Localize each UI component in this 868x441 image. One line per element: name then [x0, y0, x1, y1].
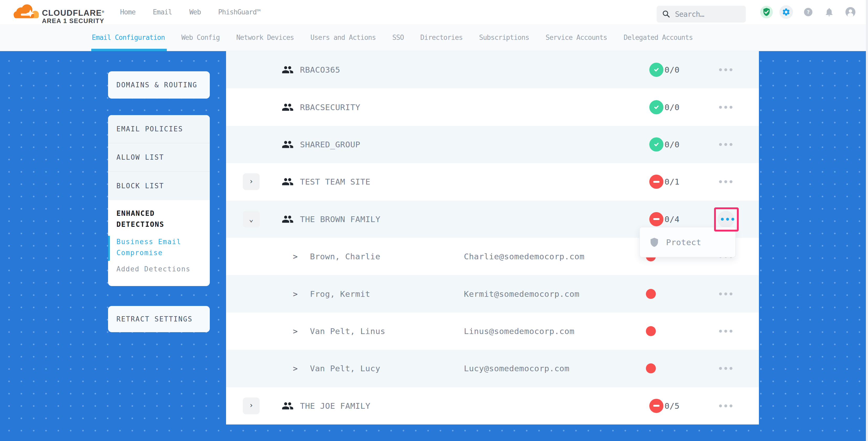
member-name: Brown, Charlie [310, 252, 380, 261]
account-avatar-icon[interactable] [845, 7, 856, 17]
sidebar-item-email-policies[interactable]: EMAIL POLICIES [108, 115, 210, 144]
table-row-member-van-pelt-lucy: > Van Pelt, Lucy Lucy@somedemocorp.com [226, 350, 759, 387]
table-row-group-shared-group: SHARED_GROUP 0/0 [226, 126, 759, 163]
group-name: RBACO365 [300, 65, 340, 74]
secondary-nav: Email Configuration Web Config Network D… [0, 24, 868, 51]
protection-count: 0/1 [664, 177, 680, 186]
settings-gear-icon[interactable] [779, 5, 793, 19]
search-icon [662, 10, 670, 18]
tab-delegated-accounts[interactable]: Delegated Accounts [624, 24, 693, 51]
row-menu-button[interactable] [719, 143, 733, 146]
row-menu-button[interactable] [719, 68, 733, 71]
tab-web-config[interactable]: Web Config [181, 24, 220, 51]
protection-count: 0/4 [664, 215, 680, 224]
row-menu-button[interactable] [719, 404, 733, 407]
registered-mark: ® [102, 10, 105, 13]
member-chevron-icon[interactable]: > [293, 252, 298, 261]
tab-service-accounts[interactable]: Service Accounts [546, 24, 607, 51]
group-people-icon [282, 101, 294, 113]
nav-email[interactable]: Email [153, 8, 172, 16]
group-name: TEST TEAM SITE [300, 177, 370, 186]
shield-icon [650, 237, 659, 247]
status-badge-blocked [649, 175, 663, 189]
sidebar-section-enhanced-detections: ENHANCED DETECTIONS Business Email Compr… [108, 200, 210, 275]
member-chevron-icon[interactable]: > [293, 326, 298, 336]
cloudflare-cloud-icon [11, 2, 40, 20]
group-people-icon [282, 400, 294, 412]
global-search[interactable] [657, 6, 746, 23]
member-chevron-icon[interactable]: > [293, 289, 298, 298]
tab-email-configuration[interactable]: Email Configuration [92, 24, 165, 51]
row-menu-button[interactable] [719, 106, 733, 108]
sidebar-item-block-list[interactable]: BLOCK LIST [108, 172, 210, 200]
cloudflare-logo[interactable]: CLOUDFLARE® AREA 1 SECURITY [11, 2, 105, 24]
status-dot-flagged [646, 289, 656, 299]
top-header: CLOUDFLARE® AREA 1 SECURITY Home Email W… [0, 0, 868, 24]
expand-row-button[interactable]: › [243, 173, 259, 190]
member-email: Charlie@somedemocorp.com [464, 252, 585, 261]
status-dot-flagged [646, 326, 656, 336]
table-row-group-rbacsecurity: RBACSECURITY 0/0 [226, 88, 759, 126]
brand-subtitle: AREA 1 SECURITY [42, 18, 105, 24]
sidebar-item-retract-settings[interactable]: RETRACT SETTINGS [108, 306, 210, 332]
tab-network-devices[interactable]: Network Devices [236, 24, 294, 51]
sidebar-item-added-detections[interactable]: Added Detections [117, 263, 198, 275]
menu-item-protect[interactable]: Protect [666, 238, 701, 247]
table-row-member-van-pelt-linus: > Van Pelt, Linus Linus@somedemocorp.com [226, 313, 759, 350]
nav-web[interactable]: Web [189, 8, 201, 16]
status-badge-protected [649, 63, 663, 77]
group-people-icon [282, 213, 294, 225]
sidebar-item-business-email-compromise[interactable]: Business Email Compromise [117, 236, 198, 258]
status-dot-flagged [646, 364, 656, 373]
protection-count: 0/0 [664, 65, 680, 74]
tab-directories[interactable]: Directories [421, 24, 463, 51]
group-people-icon [282, 64, 294, 76]
svg-text:?: ? [807, 9, 810, 15]
active-tab-underline [91, 49, 167, 51]
help-icon[interactable]: ? [804, 8, 812, 16]
group-name: RBACSECURITY [300, 102, 360, 112]
table-row-group-test-team-site: › TEST TEAM SITE 0/1 [226, 163, 759, 200]
table-row-group-rbaco365: RBACO365 0/0 [226, 51, 759, 88]
nav-phishguard[interactable]: PhishGuard™ [218, 8, 260, 16]
status-badge-blocked [649, 212, 663, 226]
row-menu-button[interactable] [719, 292, 733, 295]
member-email: Kermit@somedemocorp.com [464, 289, 580, 298]
table-row-member-frog-kermit: > Frog, Kermit Kermit@somedemocorp.com [226, 275, 759, 312]
search-input[interactable] [675, 10, 739, 19]
shield-check-icon[interactable] [760, 6, 773, 18]
member-name: Van Pelt, Linus [310, 326, 385, 336]
row-menu-button[interactable] [719, 180, 733, 183]
table-row-group-the-joe-family: › THE JOE FAMILY 0/5 [226, 387, 759, 424]
click-target-highlight [714, 208, 739, 231]
status-badge-protected [649, 100, 663, 114]
collapse-row-button[interactable]: ⌄ [243, 211, 259, 228]
sidebar-item-domains-routing[interactable]: DOMAINS & ROUTING [108, 71, 210, 99]
group-people-icon [282, 176, 294, 188]
notifications-bell-icon[interactable] [824, 7, 834, 17]
vertical-scrollbar[interactable] [866, 0, 868, 441]
member-email: Lucy@somedemocorp.com [464, 364, 569, 373]
sidebar-policies-card: EMAIL POLICIES ALLOW LIST BLOCK LIST ENH… [108, 115, 210, 286]
sidebar-item-enhanced-detections[interactable]: ENHANCED DETECTIONS [117, 208, 195, 230]
member-chevron-icon[interactable]: > [293, 364, 298, 373]
member-name: Van Pelt, Lucy [310, 364, 380, 373]
protection-count: 0/0 [664, 140, 680, 149]
row-menu-button[interactable] [719, 329, 733, 333]
tab-sso[interactable]: SSO [392, 24, 404, 51]
row-menu-button[interactable] [719, 367, 733, 370]
tab-users-and-actions[interactable]: Users and Actions [310, 24, 376, 51]
member-name: Frog, Kermit [310, 289, 370, 298]
tab-subscriptions[interactable]: Subscriptions [479, 24, 529, 51]
group-name: SHARED_GROUP [300, 140, 360, 149]
brand-name: CLOUDFLARE® [42, 7, 105, 18]
nav-home[interactable]: Home [120, 8, 135, 16]
expand-row-button[interactable]: › [243, 398, 259, 414]
sidebar-item-allow-list[interactable]: ALLOW LIST [108, 144, 210, 172]
status-badge-protected [649, 137, 663, 152]
group-name: THE JOE FAMILY [300, 401, 370, 411]
status-badge-blocked [649, 399, 663, 413]
primary-nav: Home Email Web PhishGuard™ [120, 0, 260, 24]
area1-security-app: CLOUDFLARE® AREA 1 SECURITY Home Email W… [0, 0, 868, 441]
protection-count: 0/5 [664, 401, 680, 411]
